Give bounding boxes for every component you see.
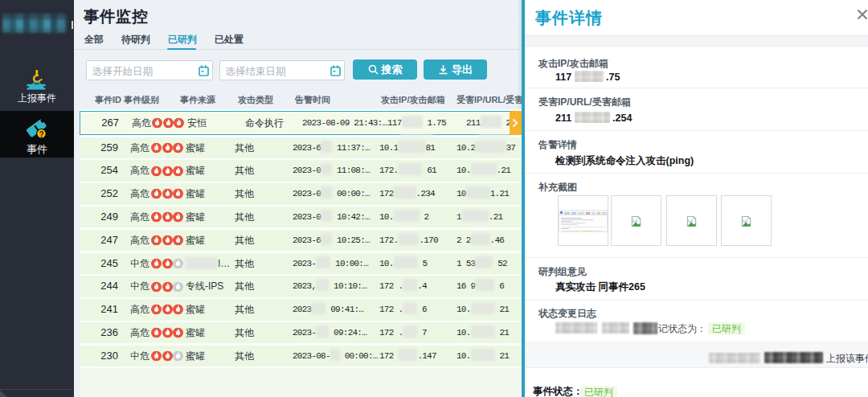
svg-text:?: ? [39,130,43,139]
